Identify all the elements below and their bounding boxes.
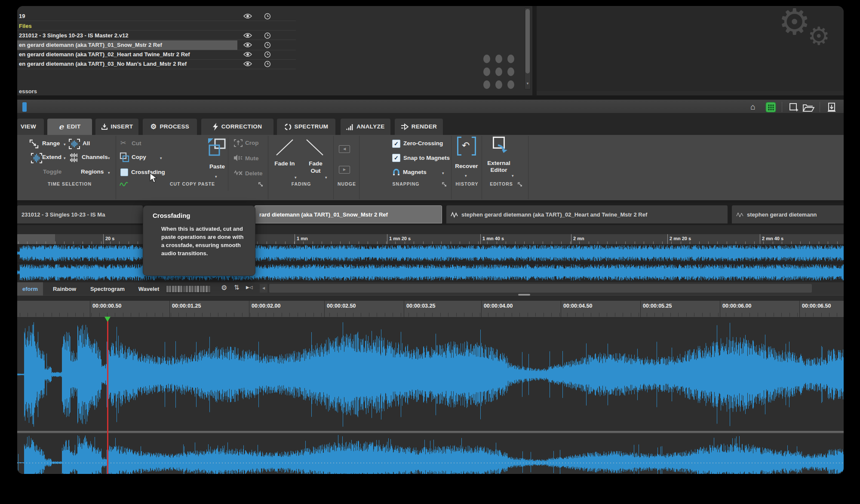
- recover-dropdown-caret[interactable]: ▾: [465, 174, 467, 178]
- tab-edit[interactable]: e EDIT: [47, 119, 92, 135]
- fade-in-dropdown-caret[interactable]: ▾: [295, 175, 297, 180]
- dialog-launcher-icon[interactable]: [442, 182, 447, 187]
- eye-icon[interactable]: [243, 51, 252, 58]
- tab-correction[interactable]: CORRECTION: [201, 119, 273, 135]
- regions-button[interactable]: Regions: [81, 168, 104, 175]
- nudge-right-button[interactable]: ▶: [339, 166, 350, 174]
- range-button[interactable]: Range: [42, 140, 60, 147]
- overview-ruler[interactable]: 20 s1 mn1 mn 20 s1 mn 40 s2 mn2 mn 20 s2…: [17, 234, 844, 244]
- eye-icon[interactable]: [243, 32, 252, 39]
- snap-to-magnets-checkbox[interactable]: ✓: [392, 154, 400, 162]
- external-editor-dropdown-caret[interactable]: ▾: [512, 174, 514, 178]
- dialog-launcher-icon[interactable]: [258, 182, 264, 187]
- hscroll-thumb[interactable]: [269, 284, 812, 293]
- ruler-label: 1 mn 40 s: [482, 236, 504, 241]
- splitter-handle[interactable]: [518, 294, 530, 296]
- zero-crossing-checkbox[interactable]: ✓: [392, 140, 400, 148]
- file-row-selected[interactable]: en gerard dietemann (aka TART)_01_Snow_M…: [19, 40, 162, 50]
- mute-button[interactable]: Mute: [245, 155, 259, 162]
- main-time-ruler[interactable]: 00:00:00.5000:00:01.2500:00:02.0000:00:0…: [17, 301, 844, 317]
- delete-button[interactable]: Delete: [245, 170, 263, 177]
- tick: [464, 313, 464, 317]
- clock-icon[interactable]: [264, 42, 271, 49]
- play-marker-icon[interactable]: ▶◁: [246, 285, 252, 290]
- open-folder-button[interactable]: [802, 103, 814, 112]
- grip-dots[interactable]: [482, 54, 517, 89]
- copy-button[interactable]: Copy: [132, 154, 146, 160]
- zoom-segment-control[interactable]: [166, 285, 211, 293]
- cut-button[interactable]: Cut: [132, 140, 141, 147]
- zero-crossing-label[interactable]: Zero-Crossing: [403, 140, 443, 147]
- fade-out-button[interactable]: Fade Out: [304, 160, 327, 174]
- channels-button[interactable]: Channels: [82, 154, 108, 160]
- recover-button[interactable]: Recover: [453, 163, 480, 169]
- external-editor-button[interactable]: External Editor: [485, 160, 513, 174]
- copy-dropdown-caret[interactable]: ▾: [160, 156, 162, 160]
- fade-out-dropdown-caret[interactable]: ▾: [325, 175, 327, 180]
- waveform-channel-1[interactable]: [17, 318, 844, 431]
- dialog-launcher-icon[interactable]: [518, 182, 523, 187]
- regions-dropdown-caret[interactable]: ▾: [108, 171, 110, 175]
- magnets-button[interactable]: Magnets: [403, 169, 427, 175]
- file-tab[interactable]: stephen gerard dietemann: [732, 205, 844, 223]
- paste-dropdown-caret[interactable]: ▾: [215, 174, 217, 179]
- eye-icon[interactable]: [243, 42, 252, 48]
- view-tab-spectrogram[interactable]: Spectrogram: [83, 282, 132, 296]
- tick: [218, 313, 218, 317]
- import-button[interactable]: [826, 102, 837, 113]
- fade-in-button[interactable]: Fade In: [274, 160, 295, 167]
- toggle-button[interactable]: Toggle: [43, 168, 61, 175]
- updown-arrows-icon[interactable]: ⇅: [234, 284, 240, 291]
- overview-waveform[interactable]: [17, 244, 844, 282]
- file-panel-scrollbar[interactable]: ▼: [525, 8, 531, 89]
- scrollbar-thumb[interactable]: [525, 9, 530, 73]
- file-tab[interactable]: stephen gerard dietemann (aka TART)_02_H…: [446, 205, 728, 223]
- crossfading-checkbox[interactable]: [120, 168, 128, 176]
- tab-insert[interactable]: INSERT: [95, 119, 138, 135]
- extend-dropdown-caret[interactable]: ▾: [64, 156, 66, 160]
- crop-button[interactable]: Crop: [245, 140, 259, 146]
- file-row[interactable]: 19: [19, 12, 25, 21]
- tick: [519, 313, 520, 317]
- hscroll-left-button[interactable]: ◀: [260, 284, 267, 293]
- eye-icon[interactable]: [243, 61, 252, 67]
- toolbar-separator: [820, 102, 820, 112]
- tab-render[interactable]: RENDER: [395, 119, 443, 135]
- clock-icon[interactable]: [264, 61, 271, 67]
- clock-icon[interactable]: [264, 51, 271, 58]
- clock-icon[interactable]: [264, 32, 271, 39]
- tab-analyze[interactable]: ANALYZE: [341, 119, 390, 135]
- playhead-marker-green[interactable]: [104, 317, 111, 322]
- magnets-dropdown-caret[interactable]: ▾: [442, 171, 444, 175]
- nudge-left-button[interactable]: ◀: [339, 145, 350, 153]
- view-tab-rainbow[interactable]: Rainbow: [47, 282, 82, 296]
- paste-button[interactable]: Paste: [206, 163, 228, 170]
- file-tab[interactable]: 231012 - 3 Singles 10-23 - IS Ma: [17, 205, 143, 223]
- file-row[interactable]: en gerard dietemann (aka TART)_03_No Man…: [19, 59, 187, 69]
- eye-icon[interactable]: [243, 13, 252, 19]
- range-dropdown-caret[interactable]: ▾: [64, 142, 66, 147]
- tab-spectrum[interactable]: SPECTRUM: [277, 119, 335, 135]
- workspace-grid-button[interactable]: [765, 102, 776, 113]
- view-settings-gear-icon[interactable]: ⚙: [221, 284, 227, 292]
- tab-view[interactable]: VIEW: [17, 119, 44, 135]
- ruler-major-tick: [103, 234, 104, 244]
- scrollbar-arrow-down-icon[interactable]: ▼: [525, 80, 530, 87]
- tab-process[interactable]: ⚙ PROCESS: [143, 119, 197, 135]
- snap-to-magnets-label[interactable]: Snap to Magnets: [403, 155, 450, 161]
- new-file-button[interactable]: [789, 102, 799, 113]
- home-button[interactable]: ⌂: [747, 101, 759, 113]
- file-row[interactable]: 231012 - 3 Singles 10-23 - IS Master 2.v…: [19, 31, 128, 40]
- channels-dropdown-caret[interactable]: ▾: [108, 156, 110, 160]
- clock-icon[interactable]: [264, 13, 271, 20]
- view-tab-wavelet[interactable]: Wavelet: [133, 282, 164, 296]
- waveform-channel-2[interactable]: [17, 433, 844, 474]
- select-all-button[interactable]: All: [83, 140, 90, 147]
- file-row[interactable]: en gerard dietemann (aka TART)_02_Heart …: [19, 50, 190, 59]
- playhead-cursor-red[interactable]: [107, 318, 108, 474]
- extend-button[interactable]: Extend: [42, 154, 61, 160]
- view-tab-waveform[interactable]: eform: [17, 282, 43, 296]
- crossfading-toggle[interactable]: Crossfading: [131, 169, 165, 175]
- tick: [813, 313, 814, 317]
- file-tab-active[interactable]: rard dietemann (aka TART)_01_Snow_Mstr 2…: [255, 205, 442, 223]
